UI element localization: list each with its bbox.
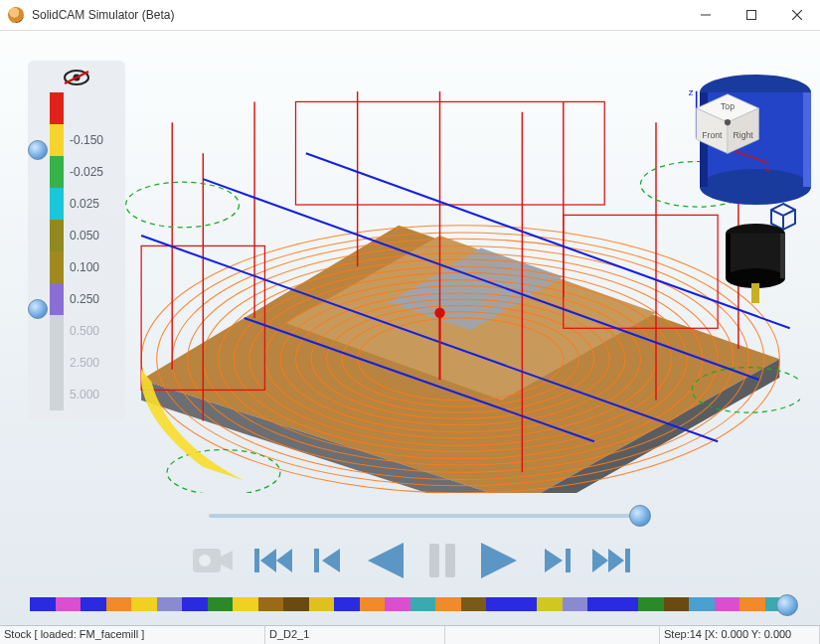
operation-band[interactable]: [30, 597, 790, 611]
viewcube-top: Top: [721, 102, 735, 112]
svg-point-65: [199, 555, 211, 566]
record-button[interactable]: [189, 541, 237, 580]
legend-value: 0.250: [70, 292, 99, 306]
skip-start-button[interactable]: [252, 543, 294, 578]
legend-row: [50, 92, 103, 124]
status-spacer: [445, 626, 660, 644]
svg-marker-75: [545, 549, 563, 572]
status-bar: Stock [ loaded: FM_facemill ] D_D2_1 Ste…: [0, 625, 820, 644]
title-bar: SolidCAM Simulator (Beta): [0, 0, 820, 31]
play-forward-icon: [475, 539, 523, 582]
legend-row: 2.500: [50, 347, 103, 379]
legend-lower-marker[interactable]: [28, 299, 48, 319]
legend-color-swatch: [50, 315, 64, 347]
opband-segment[interactable]: [360, 597, 386, 611]
opband-segment[interactable]: [106, 597, 132, 611]
opband-segment[interactable]: [715, 597, 740, 611]
legend-row: 0.050: [50, 220, 103, 251]
opband-segment[interactable]: [563, 597, 588, 611]
skip-start-icon: [252, 543, 294, 578]
opband-segment[interactable]: [258, 597, 284, 611]
svg-rect-30: [296, 101, 605, 205]
legend-color-swatch: [50, 379, 64, 410]
legend-color-swatch: [50, 124, 64, 156]
opband-segment[interactable]: [56, 597, 82, 611]
svg-point-33: [126, 182, 240, 228]
maximize-icon: [746, 10, 756, 20]
opband-segment[interactable]: [739, 597, 765, 611]
svg-marker-70: [322, 549, 340, 572]
visibility-off-icon[interactable]: [63, 69, 90, 86]
skip-end-icon: [590, 543, 632, 578]
opband-segment[interactable]: [208, 597, 234, 611]
svg-rect-54: [751, 283, 759, 303]
opband-segment[interactable]: [385, 597, 410, 611]
legend-row: -0.025: [50, 156, 103, 188]
view-cube[interactable]: z x Top Front Right: [681, 86, 774, 180]
legend-color-swatch: [50, 156, 64, 188]
svg-rect-69: [314, 549, 319, 572]
opband-segment[interactable]: [461, 597, 487, 611]
opband-segment[interactable]: [283, 597, 309, 611]
pause-icon: [425, 540, 459, 581]
step-back-icon: [310, 543, 346, 578]
opband-segment[interactable]: [486, 597, 512, 611]
legend-color-swatch: [50, 347, 64, 379]
opband-segment[interactable]: [30, 597, 56, 611]
play-forward-button[interactable]: [475, 539, 523, 582]
step-forward-button[interactable]: [539, 543, 574, 578]
opband-thumb[interactable]: [776, 594, 798, 616]
window-title: SolidCAM Simulator (Beta): [32, 8, 683, 22]
legend-row: 0.250: [50, 283, 103, 315]
status-stock: Stock [ loaded: FM_facemill ]: [0, 626, 265, 644]
timeline-slider[interactable]: [209, 506, 641, 526]
opband-segment[interactable]: [638, 597, 664, 611]
opband-segment[interactable]: [334, 597, 360, 611]
record-icon: [189, 541, 237, 580]
minimize-icon: [701, 10, 711, 20]
step-forward-icon: [539, 543, 574, 578]
legend-row: 0.500: [50, 315, 103, 347]
opband-segment[interactable]: [537, 597, 563, 611]
legend-row: 0.100: [50, 251, 103, 283]
opband-segment[interactable]: [587, 597, 613, 611]
pause-button[interactable]: [425, 540, 459, 581]
svg-rect-76: [566, 549, 571, 572]
opband-segment[interactable]: [689, 597, 715, 611]
svg-marker-77: [592, 549, 608, 572]
opband-segment[interactable]: [613, 597, 639, 611]
legend-color-swatch: [50, 92, 64, 124]
svg-rect-79: [625, 549, 630, 572]
status-step: Step:14 [X: 0.000 Y: 0.000: [660, 626, 820, 644]
timeline-thumb[interactable]: [629, 505, 651, 527]
svg-rect-53: [780, 234, 785, 278]
legend-row: 5.000: [50, 379, 103, 410]
opband-segment[interactable]: [435, 597, 461, 611]
opband-segment[interactable]: [512, 597, 538, 611]
legend-color-swatch: [50, 283, 64, 315]
status-operation: D_D2_1: [265, 626, 445, 644]
close-icon: [792, 10, 802, 20]
axis-x-label: x: [765, 163, 770, 174]
opband-segment[interactable]: [664, 597, 690, 611]
opband-segment[interactable]: [157, 597, 183, 611]
opband-segment[interactable]: [410, 597, 436, 611]
opband-segment[interactable]: [233, 597, 258, 611]
maximize-button[interactable]: [729, 0, 774, 30]
minimize-button[interactable]: [683, 0, 729, 30]
opband-segment[interactable]: [182, 597, 208, 611]
opband-segment[interactable]: [81, 597, 106, 611]
app-icon: [8, 7, 24, 23]
viewcube-front: Front: [702, 130, 723, 140]
svg-rect-66: [254, 549, 259, 572]
viewport[interactable]: z x Top Front Right -0.150-0.0250.0250.0…: [0, 31, 820, 625]
close-button[interactable]: [774, 0, 820, 30]
legend-upper-marker[interactable]: [28, 140, 48, 160]
step-back-button[interactable]: [310, 543, 346, 578]
svg-rect-72: [429, 544, 439, 577]
opband-segment[interactable]: [131, 597, 157, 611]
svg-rect-0: [747, 11, 756, 20]
opband-segment[interactable]: [309, 597, 335, 611]
skip-end-button[interactable]: [590, 543, 632, 578]
play-back-button[interactable]: [362, 539, 410, 582]
